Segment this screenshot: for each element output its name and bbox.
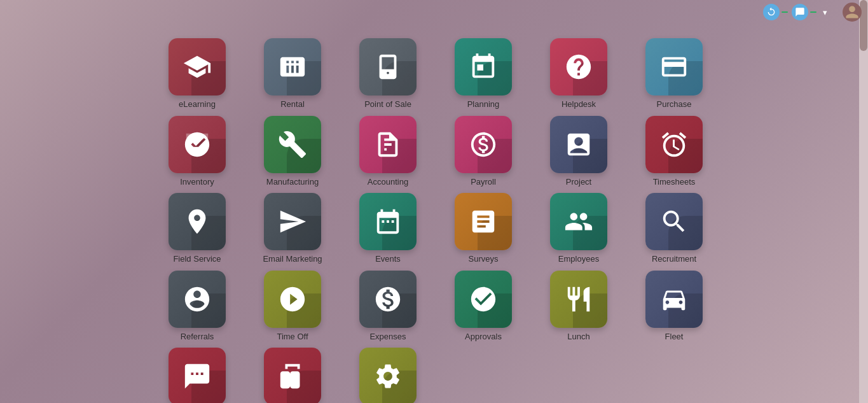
app-item-emailmarketing[interactable]: Email Marketing — [248, 193, 337, 264]
app-item-timesheets[interactable]: Timesheets — [630, 116, 719, 187]
app-icon-lunch — [550, 271, 607, 328]
app-icon-rental — [264, 38, 321, 95]
app-label-approvals: Approvals — [465, 332, 502, 342]
app-icon-fleet — [645, 271, 703, 328]
app-label-accounting: Accounting — [368, 177, 408, 187]
app-label-events: Events — [375, 254, 401, 264]
app-icon-purchase — [645, 38, 703, 95]
app-label-elearning: eLearning — [179, 99, 216, 110]
app-icon-apps — [264, 348, 321, 403]
app-icon-emailmarketing — [264, 193, 321, 250]
app-item-inventory[interactable]: Inventory — [153, 116, 242, 187]
app-item-payroll[interactable]: Payroll — [439, 116, 528, 187]
app-icon-timesheets — [645, 116, 703, 173]
app-label-timesheets: Timesheets — [653, 177, 696, 187]
apps-container: eLearningRentalPoint of SalePlanningHelp… — [0, 0, 868, 403]
app-label-payroll: Payroll — [471, 177, 496, 187]
app-item-accounting[interactable]: Accounting — [343, 116, 432, 187]
app-item-manufacturing[interactable]: Manufacturing — [248, 116, 337, 187]
app-item-events[interactable]: Events — [343, 193, 432, 264]
app-item-fleet[interactable]: Fleet — [630, 271, 719, 342]
app-item-apps[interactable]: Apps — [248, 348, 337, 403]
app-item-helpdesk[interactable]: Helpdesk — [534, 38, 623, 110]
app-icon-events — [359, 193, 417, 250]
app-item-rental[interactable]: Rental — [248, 38, 337, 110]
updates-count — [782, 11, 788, 13]
avatar[interactable] — [843, 3, 862, 22]
app-label-helpdesk: Helpdesk — [561, 99, 596, 110]
topbar: ▾ — [757, 0, 868, 24]
app-icon-employees — [550, 193, 607, 250]
app-icon-accounting — [359, 116, 417, 173]
app-item-pos[interactable]: Point of Sale — [343, 38, 432, 110]
app-icon-elearning — [169, 38, 226, 95]
app-icon-referrals — [169, 271, 226, 328]
app-item-fieldservice[interactable]: Field Service — [153, 193, 242, 264]
app-item-approvals[interactable]: Approvals — [439, 271, 528, 342]
app-icon-recruitment — [645, 193, 703, 250]
app-icon-project — [550, 116, 607, 173]
app-label-surveys: Surveys — [469, 254, 499, 264]
app-label-emailmarketing: Email Marketing — [263, 254, 322, 264]
app-item-planning[interactable]: Planning — [439, 38, 528, 110]
app-item-livechat[interactable]: Live Chat — [153, 348, 242, 403]
app-label-lunch: Lunch — [567, 332, 589, 342]
messages-badge[interactable] — [792, 4, 816, 20]
app-item-elearning[interactable]: eLearning — [153, 38, 242, 110]
app-icon-payroll — [455, 116, 512, 173]
app-item-settings[interactable]: Settings — [343, 348, 432, 403]
app-label-purchase: Purchase — [657, 99, 692, 110]
app-item-referrals[interactable]: Referrals — [153, 271, 242, 342]
updates-icon — [763, 4, 780, 20]
app-icon-planning — [455, 38, 512, 95]
app-label-project: Project — [566, 177, 591, 187]
app-icon-expenses — [359, 271, 417, 328]
scrollbar[interactable] — [859, 0, 868, 403]
app-item-timeoff[interactable]: Time Off — [248, 271, 337, 342]
app-icon-approvals — [455, 271, 512, 328]
app-icon-manufacturing — [264, 116, 321, 173]
app-icon-fieldservice — [169, 193, 226, 250]
app-icon-timeoff — [264, 271, 321, 328]
app-label-timeoff: Time Off — [277, 332, 308, 342]
updates-badge[interactable] — [763, 4, 788, 20]
app-item-recruitment[interactable]: Recruitment — [630, 193, 719, 264]
close-button[interactable] — [831, 11, 839, 13]
app-label-rental: Rental — [280, 99, 305, 110]
app-label-recruitment: Recruitment — [652, 254, 696, 264]
app-icon-helpdesk — [550, 38, 607, 95]
app-label-expenses: Expenses — [369, 332, 406, 342]
apps-grid: eLearningRentalPoint of SalePlanningHelp… — [153, 25, 719, 403]
app-label-planning: Planning — [467, 99, 500, 110]
app-icon-pos — [359, 38, 417, 95]
app-item-expenses[interactable]: Expenses — [343, 271, 432, 342]
app-item-lunch[interactable]: Lunch — [534, 271, 623, 342]
app-item-project[interactable]: Project — [534, 116, 623, 187]
dropdown-icon: ▾ — [823, 8, 827, 17]
messages-icon — [792, 4, 808, 20]
messages-count — [810, 11, 816, 13]
app-label-fieldservice: Field Service — [173, 254, 221, 264]
app-label-fleet: Fleet — [665, 332, 684, 342]
app-icon-settings — [359, 348, 417, 403]
app-label-manufacturing: Manufacturing — [266, 177, 319, 187]
app-label-pos: Point of Sale — [364, 99, 411, 110]
app-item-purchase[interactable]: Purchase — [630, 38, 719, 110]
app-icon-surveys — [455, 193, 512, 250]
app-label-inventory: Inventory — [180, 177, 214, 187]
app-icon-livechat — [169, 348, 226, 403]
app-label-employees: Employees — [558, 254, 599, 264]
app-item-surveys[interactable]: Surveys — [439, 193, 528, 264]
company-selector[interactable]: ▾ — [820, 8, 827, 17]
app-label-referrals: Referrals — [181, 332, 214, 342]
app-item-employees[interactable]: Employees — [534, 193, 623, 264]
app-icon-inventory — [169, 116, 226, 173]
